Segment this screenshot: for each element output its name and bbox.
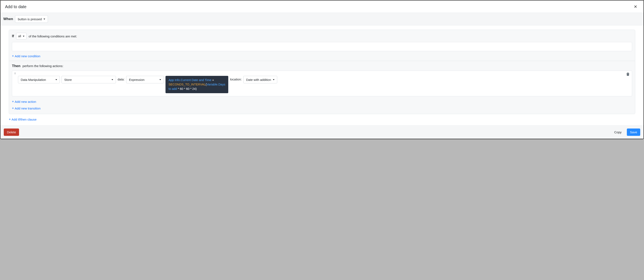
close-icon: ✕: [634, 4, 637, 9]
then-section: Then perform the following actions: ⠿ Da…: [9, 61, 635, 114]
location-value: Date with addition: [246, 78, 271, 81]
expr-func: SECONDS_TO_INTERVAL: [168, 83, 206, 86]
expr-plus: +: [211, 78, 214, 82]
when-trigger-value: button is pressed: [18, 17, 42, 21]
modal-title: Add to date: [5, 4, 26, 9]
add-action-button[interactable]: + Add new action: [12, 99, 632, 104]
location-dropdown[interactable]: Date with addition: [243, 76, 277, 83]
when-trigger-dropdown[interactable]: button is pressed: [15, 15, 48, 23]
then-label: Then: [12, 64, 20, 68]
add-ifthen-row: + Add if/then clause: [9, 117, 635, 122]
caret-down-icon: [112, 79, 113, 80]
plus-icon: +: [9, 117, 11, 121]
if-section: If all of the following conditions are m…: [9, 30, 635, 61]
add-action-label: Add new action: [15, 100, 36, 103]
modal-footer: Delete Copy Save: [0, 125, 644, 139]
close-button[interactable]: ✕: [632, 4, 639, 9]
action-card: ⠿ Data Manipulation Store: [12, 71, 632, 96]
then-add-links: + Add new action + Add new transition: [12, 99, 632, 111]
modal: Add to date ✕ When button is pressed If …: [0, 0, 644, 139]
add-condition-button[interactable]: + Add new condition: [12, 54, 40, 58]
caret-down-icon: [23, 36, 24, 37]
action-category-dropdown[interactable]: Data Manipulation: [18, 76, 60, 83]
modal-header: Add to date ✕: [0, 0, 644, 13]
copy-button[interactable]: Copy: [611, 128, 625, 136]
expression-editor[interactable]: App Info.Current Date and Time + SECONDS…: [166, 76, 228, 93]
if-label: If: [12, 34, 14, 38]
caret-down-icon: [160, 79, 161, 80]
when-bar: When button is pressed: [0, 13, 644, 25]
plus-icon: +: [12, 54, 14, 58]
if-scope-dropdown[interactable]: all: [16, 33, 26, 39]
save-button[interactable]: Save: [627, 128, 640, 136]
delete-button[interactable]: Delete: [4, 128, 19, 136]
add-transition-button[interactable]: + Add new transition: [12, 106, 632, 111]
data-type-value: Expression: [129, 78, 144, 81]
plus-icon: +: [12, 100, 14, 103]
if-scope-value: all: [18, 34, 21, 38]
if-header-row: If all of the following conditions are m…: [12, 33, 632, 39]
drag-handle-icon[interactable]: ⠿: [14, 73, 16, 74]
trash-icon: [626, 72, 629, 76]
modal-body: If all of the following conditions are m…: [0, 25, 644, 125]
expr-token: App Info.Current Date and Time: [168, 78, 211, 82]
then-header: Then perform the following actions:: [12, 64, 632, 68]
plus-icon: +: [12, 106, 14, 110]
data-label: data:: [118, 76, 124, 81]
footer-right: Copy Save: [611, 128, 640, 136]
caret-down-icon: [56, 79, 57, 80]
add-ifthen-button[interactable]: + Add if/then clause: [9, 117, 36, 122]
action-operation-value: Store: [64, 78, 72, 81]
data-type-dropdown[interactable]: Expression: [126, 76, 164, 83]
action-category-value: Data Manipulation: [21, 78, 46, 81]
caret-down-icon: [273, 79, 274, 80]
if-suffix: of the following conditions are met:: [29, 34, 77, 38]
action-row: Data Manipulation Store data: Expression: [14, 74, 629, 93]
ifthen-panel: If all of the following conditions are m…: [9, 30, 635, 114]
add-ifthen-label: Add if/then clause: [12, 118, 36, 121]
expr-tail: * 60 * 60 * 24): [177, 87, 197, 90]
conditions-box[interactable]: [12, 42, 632, 51]
add-transition-label: Add new transition: [15, 107, 40, 110]
location-label: location:: [230, 76, 242, 81]
add-condition-label: Add new condition: [15, 54, 40, 58]
then-suffix: perform the following actions:: [22, 64, 64, 68]
action-operation-dropdown[interactable]: Store: [62, 76, 116, 83]
caret-down-icon: [44, 18, 45, 20]
when-label: When: [3, 17, 13, 21]
delete-action-button[interactable]: [626, 72, 629, 76]
